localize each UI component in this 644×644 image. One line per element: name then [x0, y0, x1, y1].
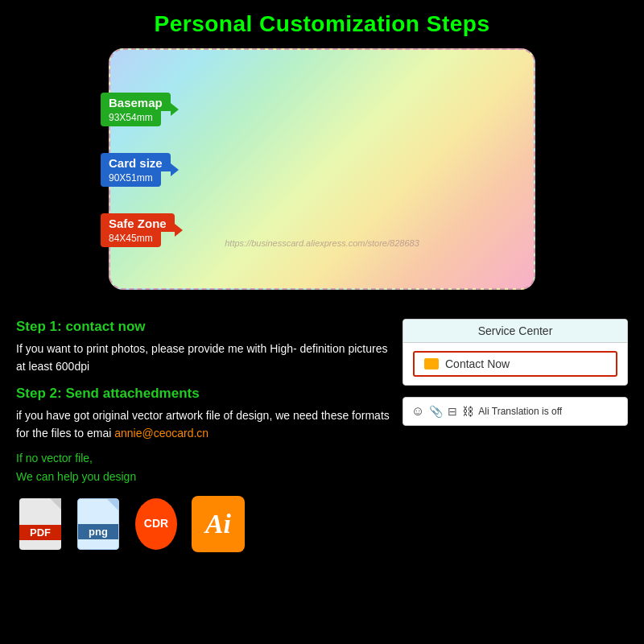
- safe-zone-title: Safe Zone: [101, 213, 175, 232]
- paperclip-icon: 📎: [429, 405, 443, 418]
- card-diagram: https://businesscard.aliexpress.com/stor…: [109, 48, 535, 306]
- translate-icon2: ⛓: [462, 405, 473, 418]
- translation-label: Ali Translation is off: [478, 406, 562, 417]
- step2-body: if you have got original vector artwork …: [16, 407, 390, 443]
- right-panels: Service Center Contact Now ☺ 📎 ⊟ ⛓ Ali T…: [402, 319, 628, 554]
- png-icon-shape: png: [77, 498, 119, 550]
- pdf-label: PDF: [19, 525, 61, 540]
- service-center-panel: Service Center Contact Now: [402, 319, 628, 386]
- contact-button-label: Contact Now: [445, 357, 510, 370]
- png-label: png: [78, 524, 118, 539]
- card-size-label: Card size 90X51mm: [101, 153, 171, 187]
- ai-icon: Ai: [190, 493, 246, 554]
- smiley-icon: ☺: [411, 404, 424, 419]
- safe-zone-size: 84X45mm: [101, 232, 161, 247]
- bottom-section: Step 1: contact now If you want to print…: [0, 319, 644, 554]
- safe-zone-label: Safe Zone 84X45mm: [101, 213, 175, 247]
- basemap-title: Basemap: [101, 93, 171, 111]
- left-steps: Step 1: contact now If you want to print…: [16, 319, 390, 554]
- cdr-label: CDR: [144, 517, 168, 530]
- translation-bar[interactable]: ☺ 📎 ⊟ ⛓ Ali Translation is off: [402, 397, 628, 426]
- step2-vector: If no vector file,We can help you design: [16, 449, 390, 488]
- mail-icon: [424, 358, 439, 369]
- service-center-header: Service Center: [403, 320, 627, 343]
- card-url: https://businesscard.aliexpress.com/stor…: [225, 238, 419, 248]
- step2-email[interactable]: annie@ceocard.cn: [114, 427, 208, 440]
- cdr-icon: CDR: [132, 496, 180, 552]
- format-icons-row: PDF png CDR Ai: [16, 493, 390, 554]
- step2-title: Step 2: Send attachedments: [16, 386, 390, 402]
- card-size-title: Card size: [101, 153, 171, 171]
- basemap-label: Basemap 93X54mm: [101, 93, 171, 126]
- page-title: Personal Customization Steps: [0, 0, 644, 45]
- cdr-icon-shape: CDR: [135, 498, 177, 550]
- step2-vector-line2: We can help you design: [16, 470, 136, 483]
- card-size-size: 90X51mm: [101, 171, 161, 187]
- step2-vector-line1: If no vector file,: [16, 452, 93, 464]
- step1-body: If you want to print photos, please prov…: [16, 340, 390, 376]
- ai-label: Ai: [205, 510, 231, 538]
- pdf-icon-shape: PDF: [19, 498, 61, 550]
- step1-title: Step 1: contact now: [16, 319, 390, 335]
- translate-icon: ⊟: [448, 405, 457, 418]
- png-icon: png: [74, 496, 122, 552]
- ai-icon-shape: Ai: [192, 496, 245, 552]
- contact-now-button[interactable]: Contact Now: [413, 351, 617, 377]
- card-diagram-wrapper: https://businesscard.aliexpress.com/stor…: [0, 48, 644, 306]
- basemap-size: 93X54mm: [101, 111, 161, 126]
- service-center-body: Contact Now: [403, 343, 627, 385]
- pdf-icon: PDF: [16, 496, 64, 552]
